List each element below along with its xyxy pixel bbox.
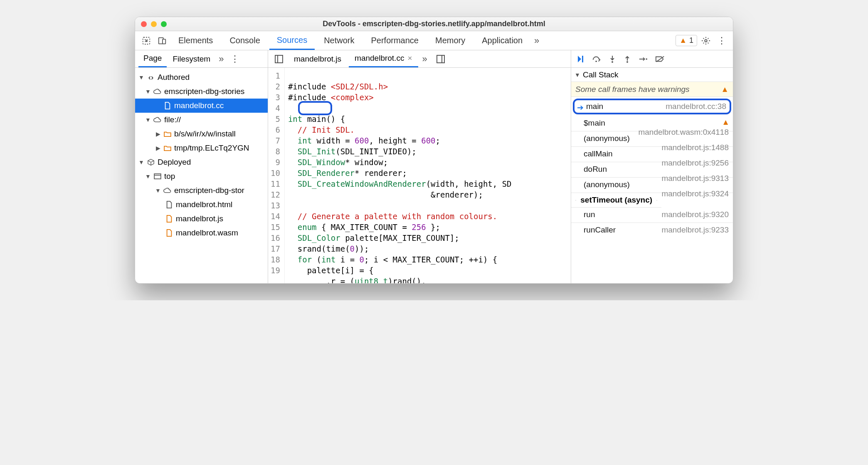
stack-frame[interactable]: doRun mandelbrot.js:9313 — [571, 162, 733, 178]
caret-down-icon: ▼ — [138, 74, 144, 81]
svg-point-12 — [612, 61, 613, 63]
frame-function: $main — [584, 119, 605, 127]
tab-sources[interactable]: Sources — [269, 31, 315, 50]
settings-icon[interactable] — [699, 36, 713, 45]
tree-label: tmp/tmp.ELcTq2YGN — [174, 143, 249, 153]
tree-label: Authored — [158, 73, 190, 82]
device-toolbar-icon[interactable] — [155, 36, 169, 45]
folder-icon — [163, 144, 172, 152]
toggle-debugger-icon[interactable] — [433, 55, 448, 63]
call-stack-section-header[interactable]: ▼ Call Stack — [571, 68, 733, 82]
call-stack-body: Some call frames have warnings ▲ ➔ main … — [571, 82, 733, 284]
svg-rect-4 — [154, 174, 161, 179]
frame-function: doRun — [584, 165, 607, 173]
resume-button[interactable] — [576, 55, 584, 63]
tab-application[interactable]: Application — [474, 31, 530, 50]
frame-icon — [153, 172, 162, 181]
frame-function: runCaller — [584, 225, 616, 234]
stack-frame[interactable]: runCaller mandelbrot.js:9233 — [571, 223, 733, 238]
svg-point-11 — [595, 60, 597, 62]
close-tab-icon[interactable]: × — [407, 54, 412, 63]
tab-label: mandelbrot.cc — [355, 54, 404, 63]
file-icon — [165, 200, 173, 209]
tab-network[interactable]: Network — [316, 31, 362, 50]
tree-label: b/s/w/ir/x/w/install — [174, 129, 236, 139]
more-tabs-icon[interactable]: » — [532, 35, 542, 46]
frame-location: mandelbrot.js:9233 — [661, 225, 729, 235]
tree-label: Deployed — [158, 158, 191, 167]
frame-function: main — [586, 102, 603, 111]
async-label: setTimeout (async) — [580, 195, 652, 205]
svg-rect-6 — [275, 55, 283, 63]
stack-frame[interactable]: (anonymous) mandelbrot.js:1488 — [571, 131, 733, 147]
content-grid: Page Filesystem » ⋮ ▼ ‹› Authored ▼ emsc… — [135, 50, 733, 283]
tree-label: mandelbrot.js — [176, 214, 223, 223]
frame-location: mandelbrot.js:9324 — [661, 189, 729, 198]
code-brackets-icon: ‹› — [147, 73, 155, 82]
tab-memory[interactable]: Memory — [428, 31, 473, 50]
tab-label: mandelbrot.js — [294, 54, 341, 64]
frame-function: run — [584, 210, 595, 219]
frame-location: mandelbrot.js:9320 — [661, 210, 729, 219]
stack-frame[interactable]: callMain mandelbrot.js:9256 — [571, 147, 733, 162]
debugger-panel: ▼ Call Stack Some call frames have warni… — [571, 50, 733, 284]
nav-tab-page[interactable]: Page — [138, 50, 167, 67]
editor-tab-js[interactable]: mandelbrot.js — [288, 50, 347, 67]
stack-frame-main[interactable]: ➔ main mandelbrot.cc:38 — [573, 99, 731, 114]
tree-origin-deployed[interactable]: ▼ emscripten-dbg-stor — [135, 183, 268, 198]
titlebar: DevTools - emscripten-dbg-stories.netlif… — [135, 17, 733, 31]
inspect-element-icon[interactable] — [139, 36, 153, 45]
svg-point-13 — [626, 61, 628, 63]
more-options-icon[interactable]: ⋮ — [715, 35, 729, 46]
step-into-button[interactable] — [609, 55, 616, 63]
navigator-tabbar: Page Filesystem » ⋮ — [135, 50, 268, 68]
frame-location: mandelbrot.cc:38 — [666, 102, 726, 111]
tree-folder-tmp[interactable]: ▶ tmp/tmp.ELcTq2YGN — [135, 141, 268, 155]
code-lines: #include <SDL2/SDL.h> #include <complex>… — [285, 68, 512, 284]
code-editor[interactable]: 12345678910111213141516171819 #include <… — [268, 68, 571, 284]
tree-label: mandelbrot.wasm — [176, 228, 238, 237]
toggle-navigator-icon[interactable] — [271, 55, 286, 63]
tree-file-wasm[interactable]: mandelbrot.wasm — [135, 226, 268, 240]
more-editor-tabs-icon[interactable]: » — [420, 54, 430, 64]
tree-file-html[interactable]: mandelbrot.html — [135, 198, 268, 212]
tree-group-deployed[interactable]: ▼ Deployed — [135, 155, 268, 169]
tree-file-mandelbrot-cc[interactable]: mandelbrot.cc — [135, 99, 268, 113]
tree-file-js[interactable]: mandelbrot.js — [135, 212, 268, 226]
cloud-icon — [153, 87, 162, 96]
file-tree: ▼ ‹› Authored ▼ emscripten-dbg-stories m… — [135, 68, 268, 242]
tab-performance[interactable]: Performance — [364, 31, 427, 50]
nav-tab-filesystem[interactable]: Filesystem — [168, 50, 215, 67]
caret-down-icon: ▼ — [138, 159, 144, 166]
issues-badge[interactable]: ▲ 1 — [676, 35, 697, 46]
svg-rect-10 — [582, 56, 583, 62]
warning-text: Some call frames have warnings — [575, 85, 690, 94]
tree-folder-install[interactable]: ▶ b/s/w/ir/x/w/install — [135, 127, 268, 141]
tab-console[interactable]: Console — [222, 31, 267, 50]
tree-frame-top[interactable]: ▼ top — [135, 169, 268, 183]
deactivate-breakpoints-button[interactable] — [655, 55, 665, 63]
editor-tabbar: mandelbrot.js mandelbrot.cc × » — [268, 50, 571, 68]
editor-tab-cc[interactable]: mandelbrot.cc × — [349, 50, 418, 67]
editor-panel: mandelbrot.js mandelbrot.cc × » 12345678… — [268, 50, 571, 284]
nav-more-options-icon[interactable]: ⋮ — [228, 54, 242, 64]
tree-group-authored[interactable]: ▼ ‹› Authored — [135, 70, 268, 84]
call-stack-warning: Some call frames have warnings ▲ — [571, 82, 733, 97]
stack-frame[interactable]: $main ▲ mandelbrot.wasm:0x4118 — [571, 116, 733, 131]
tree-origin[interactable]: ▼ emscripten-dbg-stories — [135, 84, 268, 99]
step-button[interactable] — [639, 56, 648, 62]
step-out-button[interactable] — [624, 55, 631, 63]
svg-rect-8 — [437, 55, 444, 63]
tree-file-protocol[interactable]: ▼ file:// — [135, 113, 268, 127]
stack-frame[interactable]: run mandelbrot.js:9320 — [571, 208, 733, 223]
frame-function: (anonymous) — [584, 180, 630, 189]
tree-label: mandelbrot.cc — [174, 101, 224, 110]
tab-elements[interactable]: Elements — [171, 31, 220, 50]
panel-tabbar: Elements Console Sources Network Perform… — [135, 31, 733, 50]
caret-down-icon: ▼ — [155, 187, 161, 194]
stack-frame[interactable]: (anonymous) mandelbrot.js:9324 — [571, 178, 733, 193]
highlight-main-fn — [298, 101, 332, 115]
nav-more-tabs-icon[interactable]: » — [216, 54, 226, 64]
devtools-window: DevTools - emscripten-dbg-stories.netlif… — [135, 17, 733, 284]
step-over-button[interactable] — [592, 55, 601, 63]
